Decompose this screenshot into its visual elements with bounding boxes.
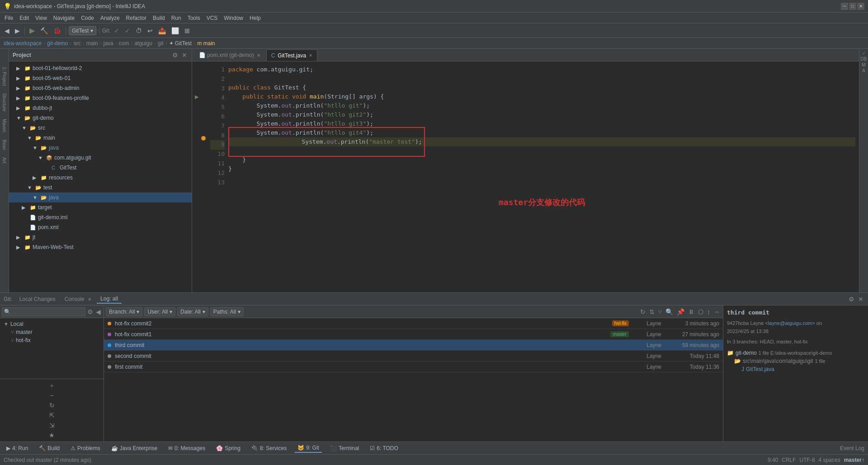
tab-gittest-close-icon[interactable]: ✕	[309, 53, 312, 58]
right-sidebar-db-icon[interactable]: DB	[861, 56, 867, 61]
tree-item-java[interactable]: ▼ 📂 java	[9, 143, 192, 153]
code-area[interactable]: package com.atguigu.git; public class Gi…	[226, 61, 859, 292]
tree-item-target[interactable]: ▶ 📁 target	[9, 202, 192, 212]
tree-item-pom[interactable]: 📄 pom.xml	[9, 222, 192, 232]
log-find-icon[interactable]: ⬡	[697, 307, 704, 316]
commit-row-hotfix1[interactable]: hot-fix commit1 master Layne 27 minutes …	[104, 329, 723, 340]
right-sidebar-maven-icon[interactable]: M	[862, 62, 865, 67]
log-pause-icon[interactable]: ⏸	[687, 307, 695, 316]
git-rollback-icon[interactable]: ↩	[146, 26, 155, 35]
log-toggle-icon[interactable]: ⇅	[648, 307, 656, 316]
breadcrumb-item-1[interactable]: idea-workspace	[4, 40, 42, 47]
breadcrumb-item-9[interactable]: ✦ GitTest	[169, 40, 192, 47]
run-button[interactable]: ▶	[28, 25, 37, 36]
status-branch[interactable]: master↑	[844, 457, 864, 463]
branch-filter[interactable]: Branch: All ▾	[106, 307, 142, 316]
breadcrumb-item-2[interactable]: git-demo	[47, 40, 68, 47]
git-branch-hotfix[interactable]: ⑂ hot-fix	[2, 336, 102, 344]
tree-item-boot09[interactable]: ▶ 📁 boot-09-features-profile	[9, 93, 192, 103]
tree-item-gittest[interactable]: C GitTest	[9, 163, 192, 173]
breadcrumb-item-7[interactable]: atguigu	[134, 40, 152, 47]
git-local-expand-icon[interactable]: ▼	[4, 321, 9, 327]
tree-item-gitdemo[interactable]: ▼ 📂 git-demo	[9, 113, 192, 123]
git-check2-icon[interactable]: ✓	[123, 26, 132, 35]
refresh-log-icon[interactable]: ↻	[639, 307, 646, 316]
project-close-icon[interactable]: ✕	[181, 51, 188, 60]
tree-item-maven-web[interactable]: ▶ 📁 Maven-Web-Test	[9, 242, 192, 252]
problems-tool[interactable]: ⚠ Problems	[68, 444, 103, 452]
messages-tool[interactable]: ✉ 0: Messages	[165, 444, 208, 452]
commit-row-first[interactable]: first commit Layne Today 11:36	[104, 362, 723, 372]
git-refresh-icon[interactable]: ↻	[2, 401, 102, 410]
menu-window[interactable]: Window	[221, 14, 246, 22]
tab-log-all[interactable]: Log: all	[97, 295, 122, 304]
tree-item-boot05web[interactable]: ▶ 📁 boot-05-web-01	[9, 73, 192, 83]
right-sidebar-art-icon[interactable]: A	[862, 68, 865, 73]
right-sidebar-check-icon[interactable]: ✓	[862, 51, 866, 56]
maximize-button[interactable]: □	[849, 3, 856, 10]
log-expand-icon[interactable]: ↕	[706, 307, 711, 316]
git-history-icon[interactable]: ⏱	[134, 26, 144, 35]
commit-row-second[interactable]: second commit Layne Today 11:48	[104, 351, 723, 362]
git-branch-search[interactable]	[2, 307, 85, 316]
commit-row-third[interactable]: third commit Layne 59 minutes ago	[104, 340, 723, 351]
menu-navigate[interactable]: Navigate	[51, 14, 77, 22]
breadcrumb-item-5[interactable]: java	[104, 40, 113, 47]
tree-item-iml[interactable]: 📄 git-demo.iml	[9, 212, 192, 222]
git-detail-file-row[interactable]: J GitTest.java	[727, 366, 864, 372]
log-pin-icon[interactable]: 📌	[676, 307, 685, 316]
breadcrumb-item-4[interactable]: main	[86, 40, 98, 47]
tab-local-changes[interactable]: Local Changes	[16, 295, 59, 303]
tab-pom-close-icon[interactable]: ✕	[257, 53, 260, 58]
tree-item-src[interactable]: ▼ 📂 src	[9, 123, 192, 133]
build-button[interactable]: 🔨	[38, 26, 50, 35]
menu-tools[interactable]: Tools	[185, 14, 203, 22]
breadcrumb-item-10[interactable]: m main	[197, 40, 215, 47]
git-remove-icon[interactable]: −	[2, 391, 102, 400]
git-branch-filter-icon[interactable]: ⚙	[86, 307, 94, 316]
java-enterprise-tool[interactable]: ☕ Java Enterprise	[108, 444, 160, 452]
git-tool[interactable]: 🐱 9: Git	[295, 444, 322, 453]
art-tool-icon[interactable]: Art	[2, 157, 7, 163]
git-branch-nav-back-icon[interactable]: ◀	[95, 307, 102, 316]
minimize-button[interactable]: ─	[841, 3, 848, 10]
todo-tool[interactable]: ☑ 6: TODO	[367, 444, 401, 452]
commit-row-hotfix2[interactable]: hot-fix commit2 hot-fix Layne 3 minutes …	[104, 318, 723, 329]
menu-edit[interactable]: Edit	[17, 14, 32, 22]
menu-refactor[interactable]: Refactor	[123, 14, 149, 22]
tree-item-boot01[interactable]: ▶ 📁 boot-01-helloworld-2	[9, 63, 192, 73]
run-tool[interactable]: ▶ 4: Run	[4, 444, 31, 452]
git-check-icon[interactable]: ✓	[112, 26, 121, 35]
git-favorites-icon[interactable]: ★	[2, 431, 102, 440]
git-branch-master[interactable]: ⑂ master	[2, 328, 102, 336]
bean-validation-tool-icon[interactable]: Bean	[2, 140, 7, 150]
maven-tool-icon[interactable]: Maven	[2, 119, 7, 132]
menu-analyze[interactable]: Analyze	[98, 14, 123, 22]
breadcrumb-item-3[interactable]: src	[74, 40, 81, 47]
tree-item-boot05webadmin[interactable]: ▶ 📁 boot-05-web-admin	[9, 83, 192, 93]
debug-button[interactable]: 🐞	[52, 26, 63, 35]
date-filter[interactable]: Date: All ▾	[177, 307, 208, 316]
search-log-icon[interactable]: 🔍	[665, 307, 674, 316]
tree-item-jt[interactable]: ▶ 📁 jt	[9, 232, 192, 242]
menu-vcs[interactable]: VCS	[204, 14, 221, 22]
git-push-icon[interactable]: 📤	[156, 26, 168, 35]
tab-gittest[interactable]: C GitTest.java ✕	[266, 49, 317, 61]
project-tool-icon[interactable]: 1: Project	[2, 67, 7, 86]
tab-console[interactable]: Console ✕	[61, 295, 95, 303]
terminal-tool[interactable]: ⬛ Terminal	[327, 444, 362, 452]
paths-filter[interactable]: Paths: All ▾	[210, 307, 244, 316]
tab-pom[interactable]: 📄 pom.xml (git-demo) ✕	[194, 49, 265, 61]
git-changed-file[interactable]: GitTest.java	[746, 366, 774, 372]
tree-item-main[interactable]: ▼ 📂 main	[9, 133, 192, 143]
git-add-icon[interactable]: +	[2, 381, 102, 390]
tree-item-testjava[interactable]: ▼ 📂 java	[9, 193, 192, 202]
bottom-close-icon[interactable]: ✕	[857, 295, 864, 304]
git-collapse-icon[interactable]: ⇲	[2, 421, 102, 430]
project-settings-icon[interactable]: ⚙	[171, 51, 179, 60]
git-grid-icon[interactable]: ⊞	[183, 26, 192, 35]
tree-item-package[interactable]: ▼ 📦 com.atguigu.git	[9, 153, 192, 163]
back-button[interactable]: ◀	[3, 26, 11, 35]
close-button[interactable]: ✕	[857, 3, 864, 10]
git-config-dropdown[interactable]: GitTest ▾	[69, 26, 96, 35]
